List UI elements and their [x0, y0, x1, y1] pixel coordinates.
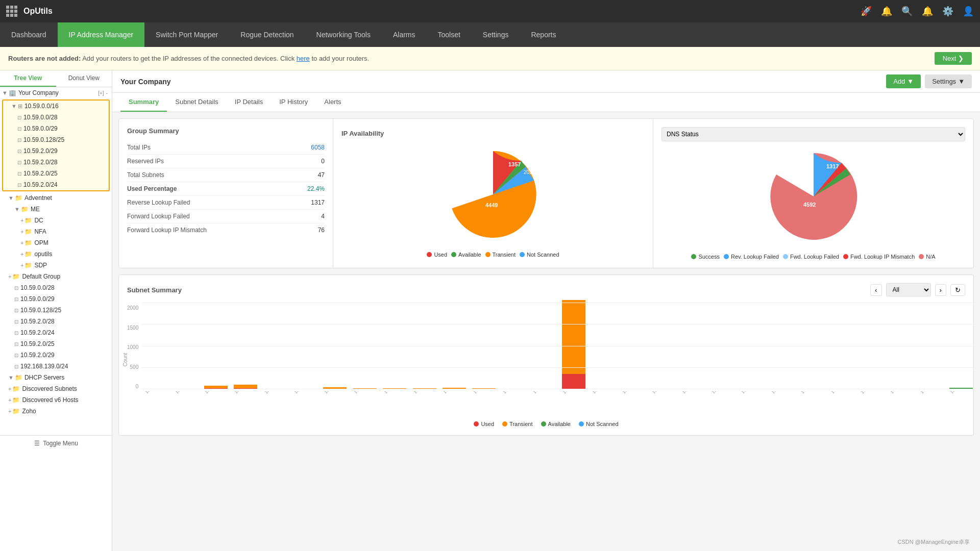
settings-dropdown-icon[interactable]: ▼ — [958, 78, 965, 85]
subnet-small-icon: ⊡ — [17, 126, 21, 132]
toggle-menu-button[interactable]: ☰ Toggle Menu — [0, 435, 112, 451]
tree-oputils[interactable]: + 📁 oputils — [0, 248, 112, 260]
tab-tree-view[interactable]: Tree View — [0, 70, 56, 87]
bar-segment[interactable] — [949, 389, 973, 389]
settings-button[interactable]: Settings ▼ — [925, 74, 972, 88]
dns-status-dropdown[interactable]: DNS Status — [662, 127, 965, 141]
group-summary-panel: Group Summary Total IPs 6058 Reserved IP… — [119, 119, 333, 268]
tree-dg-sub1[interactable]: ⊡ 10.59.0.0/28 — [0, 282, 112, 293]
nav-networking-tools[interactable]: Networking Tools — [305, 22, 382, 47]
tree-10.59.2.0/29[interactable]: ⊡ 10.59.2.0/29 — [3, 145, 109, 157]
bar-not-scanned-dot — [579, 421, 584, 427]
bar-segment[interactable] — [413, 388, 436, 389]
nav-ip-address-manager[interactable]: IP Address Manager — [58, 22, 145, 47]
banner-text: Routers are not added: Add your routers … — [8, 55, 369, 62]
add-dropdown-icon[interactable]: ▼ — [907, 78, 914, 85]
user-icon[interactable]: 👤 — [963, 6, 974, 17]
tree-dg-sub6[interactable]: ⊡ 10.59.2.0/25 — [0, 338, 112, 349]
nav-dashboard[interactable]: Dashboard — [0, 22, 58, 47]
tree-10.59.2.0/24[interactable]: ⊡ 10.59.2.0/24 — [3, 179, 109, 190]
search-icon[interactable]: 🔍 — [901, 6, 913, 17]
subnet-small-icon: ⊡ — [14, 308, 18, 313]
tree-dg-sub5[interactable]: ⊡ 10.59.2.0/24 — [0, 327, 112, 338]
tree-me[interactable]: ▼ 📁 ME — [0, 204, 112, 215]
bar-segment[interactable] — [532, 389, 555, 389]
bar-segment[interactable] — [204, 388, 228, 389]
dns-status-chart: 1317 4592 — [763, 145, 865, 247]
tree-dg-sub4[interactable]: ⊡ 10.59.2.0/28 — [0, 316, 112, 327]
tree-dg-sub2[interactable]: ⊡ 10.59.0.0/29 — [0, 293, 112, 305]
tree-nfa[interactable]: + 📁 NFA — [0, 226, 112, 237]
tree-label: 10.59.2.0/29 — [23, 147, 58, 155]
prev-arrow[interactable]: ‹ — [870, 284, 881, 296]
tab-ip-details[interactable]: IP Details — [227, 93, 271, 112]
alert-icon[interactable]: 🔔 — [922, 6, 933, 17]
next-arrow[interactable]: › — [935, 284, 946, 296]
fwd-lookup-label: Forward Lookup Failed — [127, 213, 321, 220]
x-labels: 10.59.0/2910.59.0/2810.59.0.128/2510.59.… — [141, 391, 975, 417]
nav-rogue-detection[interactable]: Rogue Detection — [229, 22, 305, 47]
tab-subnet-details[interactable]: Subnet Details — [167, 93, 227, 112]
tree-menu[interactable]: - — [106, 90, 108, 96]
bar-segment[interactable] — [562, 374, 585, 389]
nav-switch-port-mapper[interactable]: Switch Port Mapper — [144, 22, 229, 47]
tab-donut-view[interactable]: Donut View — [56, 70, 112, 87]
bar-segment[interactable] — [383, 388, 406, 389]
tree-10.59.0.0/29[interactable]: ⊡ 10.59.0.0/29 — [3, 123, 109, 134]
tree-dg-sub3[interactable]: ⊡ 10.59.0.128/25 — [0, 305, 112, 316]
tree-10.59.2.0/25[interactable]: ⊡ 10.59.2.0/25 — [3, 168, 109, 179]
x-label-10: 172.21.15.0/24 — [443, 391, 479, 409]
bar-segment[interactable] — [443, 389, 466, 389]
tree-dg-sub7[interactable]: ⊡ 10.59.2.0/29 — [0, 349, 112, 361]
subnet-small-icon: ⊡ — [14, 364, 18, 369]
tree-default-group[interactable]: + 📁 Default Group — [0, 271, 112, 282]
rocket-icon[interactable]: 🚀 — [861, 6, 872, 17]
fwd-mismatch-value: 76 — [318, 227, 325, 234]
nav-settings[interactable]: Settings — [472, 22, 520, 47]
navbar: Dashboard IP Address Manager Switch Port… — [0, 22, 980, 47]
nav-toolset[interactable]: Toolset — [427, 22, 472, 47]
tree-discovered-subnets[interactable]: + 📁 Discovered Subnets — [0, 383, 112, 394]
tree-discovered-v6[interactable]: + 📁 Discovered v6 Hosts — [0, 394, 112, 406]
add-button[interactable]: Add ▼ — [886, 74, 921, 88]
tree-your-company[interactable]: ▼ 🏢 Your Company [+] - — [0, 87, 112, 98]
bar-segment[interactable] — [502, 389, 526, 389]
tab-alerts[interactable]: Alerts — [316, 93, 349, 112]
transient-dot — [485, 252, 491, 257]
bar-segment[interactable] — [234, 388, 257, 389]
tab-ip-history[interactable]: IP History — [271, 93, 316, 112]
settings-icon[interactable]: ⚙️ — [942, 6, 953, 17]
tree-dc[interactable]: + 📁 DC — [0, 215, 112, 226]
bar-segment[interactable] — [234, 385, 257, 388]
tree-dg-sub8[interactable]: ⊡ 192.168.139.0/24 — [0, 361, 112, 372]
refresh-button[interactable]: ↻ — [950, 284, 965, 296]
bar-segment[interactable] — [562, 300, 585, 374]
tree-label: Zoho — [22, 408, 36, 415]
y-axis-title: Count — [122, 353, 128, 367]
notification-icon[interactable]: 🔔 — [881, 6, 892, 17]
nav-alarms[interactable]: Alarms — [382, 22, 427, 47]
tree-dhcp[interactable]: ▼ 📁 DHCP Servers — [0, 372, 112, 383]
bar-chart — [141, 303, 975, 389]
bar-available-dot — [541, 421, 546, 427]
tree-zoho[interactable]: + 📁 Zoho — [0, 406, 112, 417]
expand-collapse[interactable]: [+] — [98, 90, 104, 96]
nav-reports[interactable]: Reports — [520, 22, 567, 47]
bar-segment[interactable] — [323, 389, 347, 389]
tree-10.59.0.128/25[interactable]: ⊡ 10.59.0.128/25 — [3, 134, 109, 145]
banner-link[interactable]: here — [297, 55, 310, 62]
folder-icon: 📁 — [12, 396, 20, 404]
tab-summary[interactable]: Summary — [120, 93, 167, 112]
subnet-filter-select[interactable]: All Used Available Transient — [886, 283, 931, 296]
x-label-12: 172.21.17.0/24 — [502, 391, 539, 409]
bar-segment[interactable] — [472, 388, 496, 389]
bar-segment[interactable] — [353, 388, 377, 389]
next-button[interactable]: Next ❯ — [935, 52, 972, 65]
tree-10.59.0.0/28-1[interactable]: ⊡ 10.59.0.0/28 — [3, 112, 109, 123]
tree-adventnet[interactable]: ▼ 📁 Adventnet — [0, 192, 112, 204]
tree-opm[interactable]: + 📁 OPM — [0, 237, 112, 248]
tree-10.59[interactable]: ▼ ⊞ 10.59.0.0/16 — [3, 101, 109, 112]
bar-segment[interactable] — [293, 389, 317, 389]
tree-10.59.2.0/28[interactable]: ⊡ 10.59.2.0/28 — [3, 157, 109, 168]
tree-sdp[interactable]: + 📁 SDP — [0, 260, 112, 271]
